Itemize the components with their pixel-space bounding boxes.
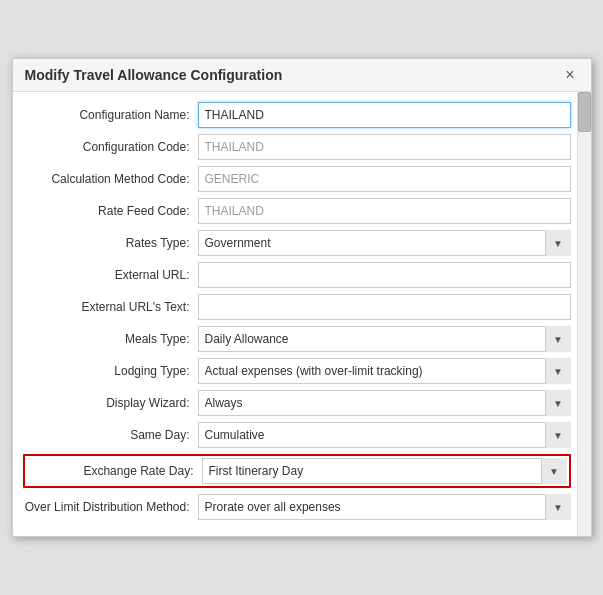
meals-type-label: Meals Type: (23, 332, 198, 346)
rate-feed-row: Rate Feed Code: (23, 198, 571, 224)
external-url-text-row: External URL's Text: (23, 294, 571, 320)
exchange-rate-row: Exchange Rate Day: First Itinerary Day ▼ (27, 458, 567, 484)
form-area: Configuration Name: Configuration Code: … (13, 92, 577, 536)
scrollbar-thumb[interactable] (578, 92, 591, 132)
external-url-row: External URL: (23, 262, 571, 288)
exchange-rate-select-wrapper: First Itinerary Day ▼ (202, 458, 567, 484)
config-code-control (198, 134, 571, 160)
scrollbar-track[interactable] (577, 92, 591, 536)
rates-type-select-wrapper: Government ▼ (198, 230, 571, 256)
display-wizard-label: Display Wizard: (23, 396, 198, 410)
exchange-rate-control: First Itinerary Day ▼ (202, 458, 567, 484)
rates-type-select[interactable]: Government (198, 230, 571, 256)
display-wizard-row: Display Wizard: Always ▼ (23, 390, 571, 416)
lodging-type-select-wrapper: Actual expenses (with over-limit trackin… (198, 358, 571, 384)
calc-method-control (198, 166, 571, 192)
external-url-text-control (198, 294, 571, 320)
config-name-row: Configuration Name: (23, 102, 571, 128)
same-day-control: Cumulative ▼ (198, 422, 571, 448)
external-url-control (198, 262, 571, 288)
config-code-label: Configuration Code: (23, 140, 198, 154)
meals-type-row: Meals Type: Daily Allowance ▼ (23, 326, 571, 352)
display-wizard-select[interactable]: Always (198, 390, 571, 416)
same-day-row: Same Day: Cumulative ▼ (23, 422, 571, 448)
meals-type-select-wrapper: Daily Allowance ▼ (198, 326, 571, 352)
lodging-type-control: Actual expenses (with over-limit trackin… (198, 358, 571, 384)
lodging-type-select[interactable]: Actual expenses (with over-limit trackin… (198, 358, 571, 384)
external-url-text-input[interactable] (198, 294, 571, 320)
calc-method-label: Calculation Method Code: (23, 172, 198, 186)
lodging-type-label: Lodging Type: (23, 364, 198, 378)
dialog-body: Configuration Name: Configuration Code: … (13, 92, 591, 536)
config-code-row: Configuration Code: (23, 134, 571, 160)
config-name-control (198, 102, 571, 128)
rates-type-row: Rates Type: Government ▼ (23, 230, 571, 256)
over-limit-label: Over Limit Distribution Method: (23, 500, 198, 514)
config-name-label: Configuration Name: (23, 108, 198, 122)
same-day-label: Same Day: (23, 428, 198, 442)
over-limit-row: Over Limit Distribution Method: Prorate … (23, 494, 571, 520)
over-limit-control: Prorate over all expenses ▼ (198, 494, 571, 520)
external-url-input[interactable] (198, 262, 571, 288)
config-name-input[interactable] (198, 102, 571, 128)
config-code-input[interactable] (198, 134, 571, 160)
calc-method-row: Calculation Method Code: (23, 166, 571, 192)
same-day-select-wrapper: Cumulative ▼ (198, 422, 571, 448)
exchange-rate-select[interactable]: First Itinerary Day (202, 458, 567, 484)
external-url-label: External URL: (23, 268, 198, 282)
exchange-rate-label: Exchange Rate Day: (27, 464, 202, 478)
dialog-title: Modify Travel Allowance Configuration (25, 67, 283, 83)
display-wizard-control: Always ▼ (198, 390, 571, 416)
rate-feed-label: Rate Feed Code: (23, 204, 198, 218)
calc-method-input[interactable] (198, 166, 571, 192)
meals-type-select[interactable]: Daily Allowance (198, 326, 571, 352)
over-limit-select-wrapper: Prorate over all expenses ▼ (198, 494, 571, 520)
rate-feed-input[interactable] (198, 198, 571, 224)
same-day-select[interactable]: Cumulative (198, 422, 571, 448)
over-limit-select[interactable]: Prorate over all expenses (198, 494, 571, 520)
rates-type-label: Rates Type: (23, 236, 198, 250)
rates-type-control: Government ▼ (198, 230, 571, 256)
dialog-titlebar: Modify Travel Allowance Configuration × (13, 59, 591, 92)
rate-feed-control (198, 198, 571, 224)
close-button[interactable]: × (561, 67, 578, 83)
external-url-text-label: External URL's Text: (23, 300, 198, 314)
meals-type-control: Daily Allowance ▼ (198, 326, 571, 352)
lodging-type-row: Lodging Type: Actual expenses (with over… (23, 358, 571, 384)
exchange-rate-highlighted-container: Exchange Rate Day: First Itinerary Day ▼ (23, 454, 571, 488)
modify-dialog: Modify Travel Allowance Configuration × … (12, 58, 592, 537)
display-wizard-select-wrapper: Always ▼ (198, 390, 571, 416)
